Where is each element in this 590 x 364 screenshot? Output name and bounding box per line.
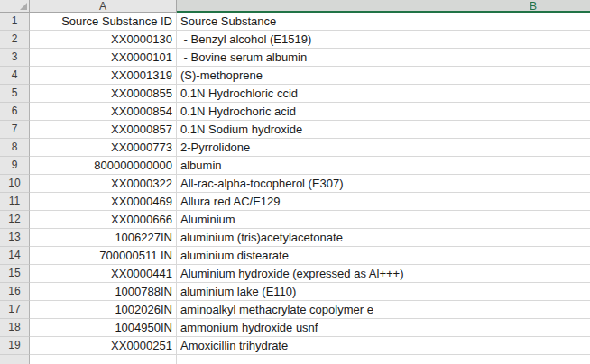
table-row: 7 XX0000857 0.1N Sodium hydroxide [0,121,590,139]
row-header[interactable]: 16 [0,283,30,301]
table-row: 6 XX0000854 0.1N Hydrochoric acid [0,103,590,121]
table-row: 15 XX0000441 Aluminium hydroxide (expres… [0,265,590,283]
column-header-a[interactable]: A [30,0,177,13]
cell-b[interactable]: 0.1N Hydrochoric acid [177,103,590,121]
cell-b[interactable]: aluminium (tris)acetylacetonate [177,229,590,247]
table-row: 8 XX0000773 2-Pyrrolidone [0,139,590,157]
row-header[interactable]: 14 [0,247,30,265]
sheet-rows: 1 Source Substance ID Source Substance 2… [0,13,590,355]
row-header[interactable]: 4 [0,67,30,85]
table-row: 2 XX0000130 - Benzyl alcohol (E1519) [0,31,590,49]
table-row: 11 XX0000469 Allura red AC/E129 [0,193,590,211]
table-row: 1 Source Substance ID Source Substance [0,13,590,31]
cell-a[interactable]: XX0000322 [30,175,177,193]
select-all-corner[interactable] [0,0,30,13]
cell-b[interactable]: - Benzyl alcohol (E1519) [177,31,590,49]
cell-a[interactable]: 1000788IN [30,283,177,301]
row-header[interactable] [0,355,30,364]
cell-a[interactable]: XX0000101 [30,49,177,67]
row-header[interactable]: 10 [0,175,30,193]
cell-b[interactable]: All-rac-alpha-tocopherol (E307) [177,175,590,193]
row-header[interactable]: 6 [0,103,30,121]
cell-a[interactable]: XX0000251 [30,337,177,355]
table-row: 3 XX0000101 - Bovine serum albumin [0,49,590,67]
cell-a[interactable]: 1004950IN [30,319,177,337]
column-header-b[interactable]: B [177,0,590,13]
row-header[interactable]: 18 [0,319,30,337]
cell-b[interactable]: ammonium hydroxide usnf [177,319,590,337]
cell-b[interactable]: Amoxicillin trihydrate [177,337,590,355]
cell-b[interactable]: aluminium lake (E110) [177,283,590,301]
table-row: 4 XX0001319 (S)-methoprene [0,67,590,85]
row-header[interactable]: 9 [0,157,30,175]
cell-a[interactable]: XX0000130 [30,31,177,49]
column-header-b-label: B [530,1,537,12]
table-row: 14 700000511 IN aluminium distearate [0,247,590,265]
row-header[interactable]: 7 [0,121,30,139]
row-header[interactable]: 15 [0,265,30,283]
spreadsheet: A B 1 Source Substance ID Source Substan… [0,0,590,364]
row-header[interactable]: 1 [0,13,30,31]
table-row: 17 1002026IN aminoalkyl methacrylate cop… [0,301,590,319]
cell-b[interactable] [177,355,590,364]
cell-a[interactable]: XX0000666 [30,211,177,229]
cell-b[interactable]: (S)-methoprene [177,67,590,85]
cell-a[interactable]: XX0000773 [30,139,177,157]
cell-b[interactable]: aminoalkyl methacrylate copolymer e [177,301,590,319]
select-all-icon [20,3,27,10]
row-header[interactable]: 8 [0,139,30,157]
table-row: 13 1006227IN aluminium (tris)acetylaceto… [0,229,590,247]
cell-b[interactable]: aluminium distearate [177,247,590,265]
row-header[interactable]: 11 [0,193,30,211]
cell-a[interactable]: Source Substance ID [30,13,177,31]
table-row: 16 1000788IN aluminium lake (E110) [0,283,590,301]
cell-a[interactable]: 1002026IN [30,301,177,319]
cell-a[interactable]: XX0000469 [30,193,177,211]
row-header[interactable]: 17 [0,301,30,319]
row-header[interactable]: 3 [0,49,30,67]
cell-b[interactable]: Aluminium [177,211,590,229]
cell-b[interactable]: albumin [177,157,590,175]
row-header[interactable]: 13 [0,229,30,247]
table-row: 9 800000000000 albumin [0,157,590,175]
cell-b[interactable]: Allura red AC/E129 [177,193,590,211]
cell-b[interactable]: 2-Pyrrolidone [177,139,590,157]
column-header-a-label: A [99,1,106,12]
table-row: 18 1004950IN ammonium hydroxide usnf [0,319,590,337]
cell-a[interactable] [30,355,177,364]
cell-a[interactable]: 1006227IN [30,229,177,247]
row-header[interactable]: 12 [0,211,30,229]
cell-a[interactable]: XX0000441 [30,265,177,283]
table-row: 19 XX0000251 Amoxicillin trihydrate [0,337,590,355]
cell-b[interactable]: - Bovine serum albumin [177,49,590,67]
cell-a[interactable]: 800000000000 [30,157,177,175]
cell-b[interactable]: Source Substance [177,13,590,31]
cell-a[interactable]: XX0000857 [30,121,177,139]
table-row: 12 XX0000666 Aluminium [0,211,590,229]
cell-b[interactable]: Aluminium hydroxide (expressed as Al+++) [177,265,590,283]
row-header[interactable]: 5 [0,85,30,103]
cell-a[interactable]: XX0000855 [30,85,177,103]
row-header[interactable]: 2 [0,31,30,49]
table-row: 10 XX0000322 All-rac-alpha-tocopherol (E… [0,175,590,193]
cell-b[interactable]: 0.1N Hydrochloric ccid [177,85,590,103]
cell-a[interactable]: XX0000854 [30,103,177,121]
cell-a[interactable]: 700000511 IN [30,247,177,265]
cell-a[interactable]: XX0001319 [30,67,177,85]
column-header-row: A B [0,0,590,13]
row-header[interactable]: 19 [0,337,30,355]
table-row: 5 XX0000855 0.1N Hydrochloric ccid [0,85,590,103]
cell-b[interactable]: 0.1N Sodium hydroxide [177,121,590,139]
partial-row [0,355,590,364]
